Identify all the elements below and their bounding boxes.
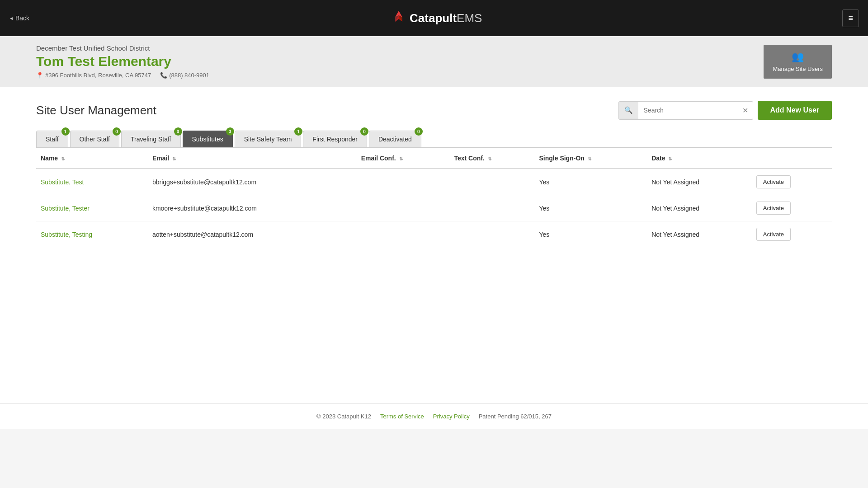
tab-badge: 1 [294,127,302,136]
column-header-date[interactable]: Date ⇅ [647,148,752,169]
school-info-block: December Test Unified School District To… [36,44,209,79]
school-name: Tom Test Elementary [36,54,209,69]
school-details: 📍 #396 Foothills Blvd, Roseville, CA 957… [36,72,209,79]
email-cell: bbriggs+substitute@catapultk12.com [148,169,357,195]
sort-icon: ⇅ [586,156,591,161]
copyright: © 2023 Catapult K12 [316,413,371,420]
column-header-email[interactable]: Email ⇅ [148,148,357,169]
terms-of-service-link[interactable]: Terms of Service [380,413,424,420]
search-clear-button[interactable]: ✕ [738,102,753,119]
email-conf-cell [357,169,450,195]
action-cell: Activate [752,195,832,221]
footer: © 2023 Catapult K12 Terms of Service Pri… [0,404,868,429]
user-name-link[interactable]: Substitute, Testing [41,231,92,238]
manage-site-users-button[interactable]: 👥 Manage Site Users [764,45,832,79]
privacy-policy-link[interactable]: Privacy Policy [433,413,470,420]
logo-catapult-text: Catapult [410,11,457,25]
sso-cell: Yes [535,195,647,221]
action-cell: Activate [752,169,832,195]
tab-badge: 0 [113,127,121,136]
app-logo: CatapultEMS [390,9,482,27]
action-cell: Activate [752,221,832,248]
date-cell: Not Yet Assigned [647,195,752,221]
logo-ems-text: EMS [457,11,482,25]
email-conf-cell [357,195,450,221]
school-phone: 📞 (888) 840-9901 [160,72,209,79]
column-header-email_conf.[interactable]: Email Conf. ⇅ [357,148,450,169]
tab-other-staff[interactable]: Other Staff0 [70,131,119,147]
tab-badge: 1 [61,127,70,136]
sso-cell: Yes [535,221,647,248]
tab-badge: 0 [174,127,182,136]
activate-button[interactable]: Activate [756,175,791,188]
back-label: Back [15,14,29,22]
sort-icon: ⇅ [667,156,672,161]
activate-button[interactable]: Activate [756,202,791,215]
table-row: Substitute, Testerkmoore+substitute@cata… [36,195,832,221]
sort-icon: ⇅ [486,156,491,161]
tab-first-responder[interactable]: First Responder0 [303,131,367,147]
date-cell: Not Yet Assigned [647,169,752,195]
tab-bar: Staff1Other Staff0Traveling Staff0Substi… [36,131,832,148]
user-name-link[interactable]: Substitute, Tester [41,205,90,212]
sso-cell: Yes [535,169,647,195]
column-header-text_conf.[interactable]: Text Conf. ⇅ [449,148,534,169]
tab-staff[interactable]: Staff1 [36,131,68,147]
hamburger-icon: ≡ [848,14,853,23]
text-conf-cell [449,195,534,221]
search-box: 🔍 ✕ [618,101,753,120]
main-content: Site User Management 🔍 ✕ Add New User St… [0,87,868,404]
sort-icon: ⇅ [60,156,65,161]
column-header-name[interactable]: Name ⇅ [36,148,148,169]
text-conf-cell [449,169,534,195]
table-row: Substitute, Testbbriggs+substitute@catap… [36,169,832,195]
tab-deactivated[interactable]: Deactivated0 [369,131,421,147]
text-conf-cell [449,221,534,248]
sort-icon: ⇅ [171,156,176,161]
title-row: Site User Management 🔍 ✕ Add New User [36,101,832,120]
tab-site-safety-team[interactable]: Site Safety Team1 [235,131,302,147]
search-input[interactable] [638,102,738,118]
back-button[interactable]: Back [9,14,29,22]
logo-icon [390,9,408,27]
date-cell: Not Yet Assigned [647,221,752,248]
column-header-single_sign-on[interactable]: Single Sign-On ⇅ [535,148,647,169]
patent-info: Patent Pending 62/015, 267 [479,413,552,420]
user-name-link[interactable]: Substitute, Test [41,178,84,186]
tab-substitutes[interactable]: Substitutes3 [183,131,233,147]
activate-button[interactable]: Activate [756,228,791,241]
tab-badge: 3 [226,127,234,136]
tab-badge: 0 [360,127,368,136]
school-address: 📍 #396 Foothills Blvd, Roseville, CA 957… [36,72,151,79]
pin-icon: 📍 [36,72,43,79]
manage-users-label: Manage Site Users [773,66,823,72]
email-cell: aotten+substitute@catapultk12.com [148,221,357,248]
tab-badge: 0 [415,127,423,136]
table-row: Substitute, Testingaotten+substitute@cat… [36,221,832,248]
tab-traveling-staff[interactable]: Traveling Staff0 [121,131,181,147]
top-navigation-bar: Back CatapultEMS ≡ [0,0,868,36]
search-area: 🔍 ✕ Add New User [618,101,832,120]
school-header: December Test Unified School District To… [0,36,868,87]
email-conf-cell [357,221,450,248]
sort-icon: ⇅ [398,156,403,161]
hamburger-menu-button[interactable]: ≡ [842,9,859,27]
add-new-user-button[interactable]: Add New User [758,101,832,120]
column-header- [752,148,832,169]
email-cell: kmoore+substitute@catapultk12.com [148,195,357,221]
page-title: Site User Management [36,103,156,117]
search-icon-button[interactable]: 🔍 [619,102,638,119]
users-table: Name ⇅Email ⇅Email Conf. ⇅Text Conf. ⇅Si… [36,148,832,247]
district-name: December Test Unified School District [36,44,209,52]
users-icon: 👥 [792,51,804,63]
phone-icon: 📞 [160,72,167,79]
